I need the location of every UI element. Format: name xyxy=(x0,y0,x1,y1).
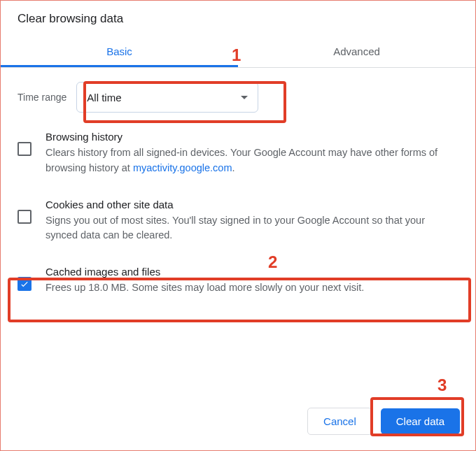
browsing-history-title: Browsing history xyxy=(46,131,458,143)
clear-data-button[interactable]: Clear data xyxy=(381,408,460,434)
time-range-label: Time range xyxy=(18,92,66,103)
cache-title: Cached images and files xyxy=(46,266,458,278)
cookies-desc: Signs you out of most sites. You'll stay… xyxy=(46,213,458,244)
option-browsing-history: Browsing history Clears history from all… xyxy=(18,120,458,187)
tab-basic[interactable]: Basic xyxy=(1,36,238,67)
dialog-content: Time range All time Browsing history Cle… xyxy=(1,68,475,307)
browsing-history-checkbox[interactable] xyxy=(18,142,31,156)
cache-checkbox[interactable] xyxy=(18,277,31,291)
time-range-select[interactable]: All time xyxy=(76,82,258,113)
button-bar: Cancel Clear data xyxy=(307,408,460,435)
dialog-title: Clear browsing data xyxy=(1,1,475,36)
option-cookies: Cookies and other site data Signs you ou… xyxy=(18,187,458,255)
time-range-row: Time range All time xyxy=(18,79,458,120)
chevron-down-icon xyxy=(241,96,248,99)
myactivity-link[interactable]: myactivity.google.com xyxy=(133,162,232,173)
cookies-checkbox[interactable] xyxy=(18,210,31,224)
time-range-select-wrap: All time xyxy=(76,82,258,113)
cookies-title: Cookies and other site data xyxy=(46,199,458,210)
cancel-button[interactable]: Cancel xyxy=(307,408,372,435)
annotation-label-3: 3 xyxy=(438,375,447,395)
clear-browsing-data-dialog: Clear browsing data Basic Advanced Time … xyxy=(1,1,475,450)
browsing-history-desc: Clears history from all signed-in device… xyxy=(46,145,458,176)
tabs: Basic Advanced xyxy=(1,36,475,68)
tab-indicator xyxy=(1,65,238,67)
tab-advanced[interactable]: Advanced xyxy=(238,36,475,67)
time-range-selected: All time xyxy=(87,92,121,103)
cache-desc: Frees up 18.0 MB. Some sites may load mo… xyxy=(46,280,458,296)
option-cache: Cached images and files Frees up 18.0 MB… xyxy=(18,255,458,307)
